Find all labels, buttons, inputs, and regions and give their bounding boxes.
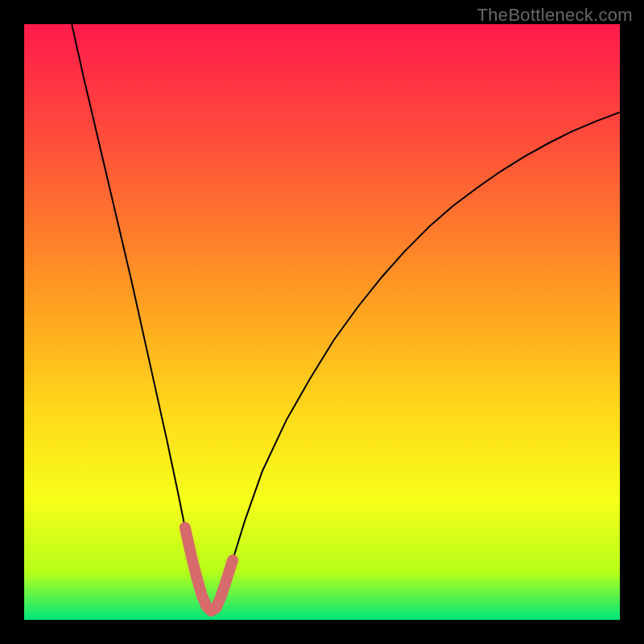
watermark-text: TheBottleneck.com	[477, 5, 633, 26]
gradient-background	[24, 24, 620, 620]
chart-root: TheBottleneck.com	[0, 0, 644, 644]
bottleneck-chart	[24, 24, 620, 620]
chart-area	[24, 24, 620, 620]
